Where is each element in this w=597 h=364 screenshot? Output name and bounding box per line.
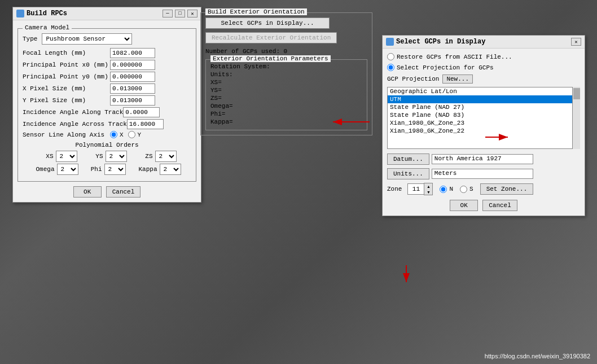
list-scrollbar[interactable] [572, 87, 580, 149]
focal-length-input[interactable] [110, 48, 155, 58]
gcp-proj-label: GCP Projection [387, 76, 439, 82]
list-item-utm[interactable]: UTM [388, 95, 580, 103]
restore-row: Restore GCPs from ASCII File... [387, 53, 580, 60]
x-pixel-row: X Pixel Size (mm) [23, 84, 191, 94]
select-gcps-button[interactable]: Select GCPs in Display... [205, 17, 330, 29]
polynomial-orders-title: Polynomial Orders [23, 142, 191, 148]
num-gcps-text: Number of GCPs used: 0 [205, 48, 367, 55]
select-gcps-title-text: Select GCPs in Display [396, 38, 485, 46]
restore-radio[interactable] [387, 53, 394, 60]
zone-spinner: ▲ ▼ [407, 183, 433, 195]
build-ext-legend: Build Exterior Orientation [205, 8, 307, 15]
select-gcps-body: Restore GCPs from ASCII File... Select P… [383, 49, 585, 216]
build-rpcs-icon [16, 10, 24, 17]
incidence-across-input[interactable] [127, 119, 164, 129]
select-gcps-title: Select GCPs in Display [386, 38, 485, 46]
build-rpcs-body: Camera Model Type Pushbroom Sensor Focal… [13, 20, 201, 202]
build-ext-area: Build Exterior Orientation Select GCPs i… [200, 7, 372, 140]
x-pixel-input[interactable] [110, 84, 155, 94]
select-proj-row: Select Projection for GCPs [387, 64, 580, 71]
kappa-select[interactable]: 213 [160, 164, 181, 175]
build-rpcs-titlebar: Build RPCs ─ □ ✕ [13, 7, 201, 20]
sensor-y-radio-label[interactable]: Y [128, 131, 142, 138]
ys-select[interactable]: 213 [106, 151, 127, 162]
omega-line: Omega= [210, 103, 362, 109]
focal-length-row: Focal Length (mm) [23, 48, 191, 58]
zone-input[interactable] [407, 183, 424, 195]
north-label: N [449, 186, 453, 192]
kappa-label-poly: Kappa [136, 166, 157, 173]
list-item-geog[interactable]: Geographic Lat/Lon [388, 87, 580, 95]
select-gcps-window: Select GCPs in Display ✕ Restore GCPs fr… [382, 35, 585, 216]
type-select[interactable]: Pushbroom Sensor [42, 33, 132, 45]
list-item-xian23[interactable]: Xian_1980_GK_Zone_23 [388, 119, 580, 127]
watermark: https://blog.csdn.net/weixin_39190382 [485, 353, 590, 359]
build-rpcs-ok-button[interactable]: OK [73, 186, 102, 198]
camera-model-legend: Camera Model [23, 24, 72, 31]
south-radio[interactable] [460, 186, 467, 193]
set-zone-button[interactable]: Set Zone... [480, 183, 534, 195]
zone-decrement-button[interactable]: ▼ [424, 189, 432, 195]
units-row: Units... Meters [387, 168, 580, 179]
focal-length-label: Focal Length (mm) [23, 50, 110, 56]
incidence-across-row: Incidence Angle Across Track [23, 119, 191, 129]
phi-select[interactable]: 213 [104, 164, 126, 175]
sensor-x-radio-label[interactable]: X [110, 131, 124, 138]
build-rpcs-title: Build RPCs [16, 10, 67, 17]
select-gcps-ok-cancel: OK Cancel [387, 200, 580, 211]
sensor-line-row: Sensor Line Along Axis X Y [23, 131, 191, 138]
pp-x0-input[interactable] [110, 60, 155, 70]
sensor-y-radio[interactable] [128, 131, 135, 138]
select-gcps-ok-button[interactable]: OK [450, 200, 478, 211]
select-gcps-close-button[interactable]: ✕ [571, 38, 581, 46]
sensor-x-radio[interactable] [110, 131, 117, 138]
select-gcps-controls: ✕ [571, 38, 581, 46]
xs-select[interactable]: 213 [56, 151, 77, 162]
omega-select[interactable]: 213 [57, 164, 78, 175]
south-radio-label[interactable]: S [460, 186, 473, 193]
new-button[interactable]: New... [442, 74, 473, 84]
datum-row: Datum... North America 1927 [387, 154, 580, 165]
select-proj-label: Select Projection for GCPs [397, 64, 494, 71]
datum-button[interactable]: Datum... [387, 154, 429, 165]
select-gcps-cancel-button[interactable]: Cancel [482, 200, 517, 211]
maximize-button[interactable]: □ [175, 10, 185, 17]
south-label: S [469, 186, 473, 192]
units-value: Meters [432, 169, 533, 179]
pp-y0-label: Principal Point y0 (mm) [23, 73, 110, 80]
select-proj-radio-label[interactable]: Select Projection for GCPs [387, 64, 494, 71]
poly-row-1: XS 213 YS 213 ZS 213 [23, 151, 191, 162]
pp-x0-label: Principal Point x0 (mm) [23, 62, 110, 68]
build-exterior-section: Build Exterior Orientation Select GCPs i… [200, 12, 372, 135]
zs-label: ZS [137, 153, 153, 160]
ys-line: YS= [210, 87, 362, 94]
units-button[interactable]: Units... [387, 168, 429, 179]
build-rpcs-cancel-button[interactable]: Cancel [106, 186, 141, 198]
restore-radio-label[interactable]: Restore GCPs from ASCII File... [387, 53, 512, 60]
close-button[interactable]: ✕ [187, 10, 197, 17]
select-proj-radio[interactable] [387, 64, 394, 71]
zone-increment-button[interactable]: ▲ [424, 183, 432, 189]
pp-y0-input[interactable] [110, 72, 155, 82]
north-radio[interactable] [440, 186, 447, 193]
north-radio-label[interactable]: N [440, 186, 453, 193]
omega-label-poly: Omega [33, 166, 55, 173]
type-row: Type Pushbroom Sensor [23, 33, 191, 45]
y-pixel-row: Y Pixel Size (mm) [23, 95, 191, 106]
zs-select[interactable]: 213 [155, 151, 177, 162]
list-item-xian22[interactable]: Xian_1980_GK_Zone_22 [388, 127, 580, 135]
phi-label-poly: Phi [89, 166, 102, 173]
zone-label: Zone [387, 186, 402, 192]
xs-line: XS= [210, 79, 362, 86]
list-item-state-nad27[interactable]: State Plane (NAD 27) [388, 103, 580, 111]
minimize-button[interactable]: ─ [163, 10, 173, 17]
gcp-proj-row: GCP Projection New... [387, 74, 580, 84]
ext-orientation-params: Exterior Orientation Parameters Rotation… [205, 59, 367, 130]
scrollbar-thumb[interactable] [573, 88, 580, 99]
recalculate-button[interactable]: Recalculate Exterior Orientation [205, 32, 337, 43]
incidence-along-input[interactable] [123, 107, 160, 117]
gcp-list[interactable]: Geographic Lat/Lon UTM State Plane (NAD … [387, 87, 580, 149]
list-item-state-nad83[interactable]: State Plane (NAD 83) [388, 111, 580, 119]
incidence-along-row: Incidence Angle Along Track [23, 107, 191, 117]
y-pixel-input[interactable] [110, 95, 155, 106]
